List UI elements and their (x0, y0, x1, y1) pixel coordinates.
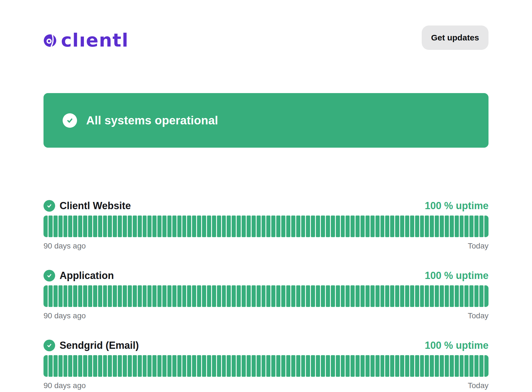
uptime-day-bar[interactable] (138, 216, 142, 237)
uptime-day-bar[interactable] (464, 355, 469, 377)
uptime-day-bar[interactable] (321, 355, 325, 377)
uptime-day-bar[interactable] (385, 216, 389, 237)
uptime-day-bar[interactable] (450, 355, 454, 377)
uptime-day-bar[interactable] (192, 285, 196, 307)
uptime-day-bar[interactable] (435, 216, 439, 237)
uptime-day-bar[interactable] (326, 216, 330, 237)
uptime-day-bar[interactable] (217, 355, 221, 377)
uptime-day-bar[interactable] (415, 216, 419, 237)
uptime-day-bar[interactable] (167, 285, 172, 307)
uptime-day-bar[interactable] (474, 216, 479, 237)
uptime-day-bar[interactable] (450, 285, 454, 307)
uptime-day-bar[interactable] (73, 355, 77, 377)
uptime-day-bar[interactable] (306, 285, 310, 307)
uptime-day-bar[interactable] (415, 355, 419, 377)
uptime-day-bar[interactable] (247, 355, 251, 377)
uptime-day-bar[interactable] (147, 355, 152, 377)
uptime-day-bar[interactable] (217, 285, 221, 307)
uptime-day-bar[interactable] (222, 355, 226, 377)
uptime-day-bar[interactable] (207, 216, 211, 237)
uptime-day-bar[interactable] (281, 355, 285, 377)
uptime-day-bar[interactable] (182, 285, 186, 307)
uptime-day-bar[interactable] (430, 216, 434, 237)
uptime-day-bar[interactable] (355, 355, 360, 377)
uptime-day-bar[interactable] (262, 216, 266, 237)
uptime-day-bar[interactable] (291, 355, 295, 377)
uptime-day-bar[interactable] (157, 285, 162, 307)
uptime-day-bar[interactable] (400, 355, 404, 377)
uptime-day-bar[interactable] (93, 285, 97, 307)
uptime-day-bar[interactable] (113, 355, 117, 377)
uptime-day-bar[interactable] (123, 216, 127, 237)
uptime-day-bar[interactable] (440, 355, 444, 377)
uptime-day-bar[interactable] (301, 355, 305, 377)
uptime-day-bar[interactable] (108, 355, 112, 377)
uptime-day-bar[interactable] (365, 355, 370, 377)
uptime-history-bars[interactable] (44, 355, 488, 377)
uptime-day-bar[interactable] (182, 355, 186, 377)
uptime-day-bar[interactable] (237, 216, 241, 237)
uptime-day-bar[interactable] (415, 285, 419, 307)
uptime-day-bar[interactable] (266, 355, 270, 377)
uptime-day-bar[interactable] (212, 216, 216, 237)
uptime-day-bar[interactable] (479, 285, 484, 307)
uptime-day-bar[interactable] (301, 216, 305, 237)
uptime-day-bar[interactable] (410, 285, 414, 307)
uptime-day-bar[interactable] (395, 285, 399, 307)
uptime-day-bar[interactable] (172, 355, 177, 377)
uptime-day-bar[interactable] (430, 285, 434, 307)
uptime-day-bar[interactable] (157, 216, 162, 237)
uptime-day-bar[interactable] (355, 216, 360, 237)
uptime-day-bar[interactable] (247, 285, 251, 307)
uptime-day-bar[interactable] (222, 285, 226, 307)
uptime-day-bar[interactable] (286, 285, 290, 307)
uptime-day-bar[interactable] (469, 216, 474, 237)
brand-logo[interactable]: clıentl (44, 31, 129, 50)
uptime-day-bar[interactable] (351, 355, 355, 377)
uptime-day-bar[interactable] (296, 285, 300, 307)
uptime-day-bar[interactable] (445, 285, 449, 307)
uptime-day-bar[interactable] (98, 355, 102, 377)
uptime-day-bar[interactable] (271, 285, 275, 307)
uptime-day-bar[interactable] (58, 285, 63, 307)
uptime-day-bar[interactable] (301, 285, 305, 307)
uptime-day-bar[interactable] (128, 355, 132, 377)
uptime-day-bar[interactable] (460, 216, 464, 237)
uptime-day-bar[interactable] (192, 216, 196, 237)
uptime-day-bar[interactable] (113, 216, 117, 237)
uptime-day-bar[interactable] (266, 216, 270, 237)
uptime-day-bar[interactable] (187, 355, 191, 377)
uptime-day-bar[interactable] (430, 355, 434, 377)
uptime-day-bar[interactable] (83, 285, 87, 307)
uptime-day-bar[interactable] (48, 216, 53, 237)
uptime-day-bar[interactable] (128, 216, 132, 237)
uptime-day-bar[interactable] (365, 216, 370, 237)
uptime-day-bar[interactable] (192, 355, 196, 377)
uptime-day-bar[interactable] (143, 285, 147, 307)
uptime-day-bar[interactable] (296, 216, 300, 237)
uptime-day-bar[interactable] (351, 216, 355, 237)
uptime-history-bars[interactable] (44, 285, 488, 307)
uptime-day-bar[interactable] (143, 355, 147, 377)
uptime-day-bar[interactable] (405, 216, 409, 237)
uptime-day-bar[interactable] (281, 216, 285, 237)
uptime-day-bar[interactable] (460, 355, 464, 377)
uptime-day-bar[interactable] (316, 355, 320, 377)
uptime-day-bar[interactable] (395, 355, 399, 377)
uptime-day-bar[interactable] (68, 285, 72, 307)
uptime-day-bar[interactable] (464, 285, 469, 307)
uptime-day-bar[interactable] (464, 216, 469, 237)
uptime-day-bar[interactable] (276, 285, 280, 307)
uptime-day-bar[interactable] (375, 285, 380, 307)
uptime-day-bar[interactable] (187, 285, 191, 307)
uptime-day-bar[interactable] (53, 216, 58, 237)
uptime-day-bar[interactable] (380, 355, 385, 377)
uptime-day-bar[interactable] (321, 216, 325, 237)
uptime-day-bar[interactable] (271, 216, 275, 237)
uptime-day-bar[interactable] (123, 285, 127, 307)
uptime-day-bar[interactable] (48, 355, 53, 377)
uptime-day-bar[interactable] (351, 285, 355, 307)
uptime-day-bar[interactable] (425, 216, 429, 237)
uptime-day-bar[interactable] (128, 285, 132, 307)
uptime-day-bar[interactable] (88, 285, 92, 307)
